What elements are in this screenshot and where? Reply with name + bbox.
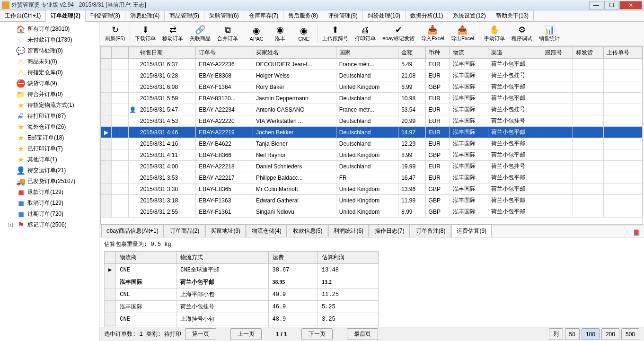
sidebar-item[interactable]: ☆未付款订单(1739) bbox=[0, 35, 99, 45]
last-page-button[interactable]: 最后页 bbox=[347, 328, 378, 340]
sidebar-item[interactable]: ⚠商品未知(0) bbox=[0, 56, 99, 67]
main-tab[interactable]: 刊登管理(3) bbox=[86, 10, 125, 21]
toolbar-button[interactable]: 📥导入Excel bbox=[418, 24, 447, 43]
column-header[interactable]: 跟踪号 bbox=[542, 47, 573, 59]
table-row[interactable]: ▶2015/8/31 4:46EBAY-A22219Jochen BekkerD… bbox=[101, 127, 643, 138]
column-header[interactable]: 国家 bbox=[336, 47, 398, 59]
toolbar-button[interactable]: ◉泓丰 bbox=[269, 24, 291, 43]
toolbar-button[interactable]: ⚙程序调试 bbox=[509, 24, 535, 43]
sidebar-item[interactable]: 👤待交运订单(21) bbox=[0, 165, 99, 176]
detail-tab[interactable]: 物流仓储(4) bbox=[247, 225, 287, 237]
size-100[interactable]: 100 bbox=[582, 328, 600, 340]
toolbar-button[interactable]: 📤导出Excel bbox=[448, 24, 477, 43]
toolbar-button[interactable]: ⧉合并订单 bbox=[214, 24, 241, 43]
table-row[interactable]: 2015/8/31 4:00EBAY-A22218Daniel Schniede… bbox=[101, 161, 643, 172]
table-row[interactable]: 2015/8/31 3:30EBAY-E8365Mr Colin Marriot… bbox=[101, 184, 643, 195]
toolbar-button[interactable]: ✔ebay标记发货 bbox=[379, 24, 417, 43]
sidebar-item[interactable]: ⚠待指定仓库(0) bbox=[0, 67, 99, 78]
sidebar-item[interactable]: ★E邮宝订单(18) bbox=[0, 132, 99, 143]
sidebar-item[interactable]: ★其他订单(1) bbox=[0, 154, 99, 165]
table-row[interactable]: 2015/8/31 6:08EBAY-F1364Rory BakerUnited… bbox=[101, 81, 643, 93]
main-tab[interactable]: 消息处理(4) bbox=[125, 10, 165, 21]
table-row[interactable]: CNE上海挂号小包48.93.25 bbox=[105, 313, 379, 325]
column-header[interactable]: 渠道 bbox=[488, 47, 542, 59]
sidebar-item[interactable]: 🏠所有订单(28010) bbox=[0, 24, 99, 35]
column-header[interactable]: 物流方式 bbox=[176, 252, 268, 264]
table-row[interactable]: ▶CNECNE全球通平邮38.6713.48 bbox=[105, 264, 379, 276]
detail-tab[interactable]: 收款信息(5) bbox=[288, 225, 328, 237]
sidebar-item[interactable]: 🖨待打印订单(87) bbox=[0, 111, 99, 122]
column-header[interactable]: 销售日期 bbox=[137, 47, 196, 59]
detail-tab[interactable]: 操作日志(7) bbox=[370, 225, 410, 237]
sidebar-item[interactable]: 📁待合并订单(0) bbox=[0, 89, 99, 100]
detail-tab[interactable]: 买家地址(3) bbox=[205, 225, 246, 237]
main-tab[interactable]: 采购管理(6) bbox=[204, 10, 244, 21]
book-icon[interactable]: 📕 bbox=[629, 228, 644, 237]
column-header[interactable]: 物流 bbox=[450, 47, 488, 59]
table-row[interactable]: 👤2015/8/31 5:47EBAY-A22234Antonio CASSAN… bbox=[101, 104, 643, 115]
next-page-button[interactable]: 下一页 bbox=[301, 328, 333, 340]
table-row[interactable]: 2015/8/31 6:28EBAY-E8368Holger WeissDeut… bbox=[101, 70, 643, 81]
main-tab[interactable]: 商品管理(5) bbox=[165, 10, 204, 21]
sidebar-item[interactable]: 🚚已发货订单(25107) bbox=[0, 176, 99, 187]
main-tab[interactable]: 评价管理(9) bbox=[323, 10, 363, 21]
table-row[interactable]: 2015/8/31 3:53EBAY-A22217Philippe Baldac… bbox=[101, 172, 643, 184]
table-row[interactable]: 2015/8/31 3:18EBAY-F1363Edward GatheralU… bbox=[101, 195, 643, 206]
table-row[interactable]: 2015/8/31 4:53EBAY-A22220VIA Werkstätten… bbox=[101, 115, 643, 127]
table-row[interactable]: 2015/8/31 6:37EBAY-A22236DECOUDIER Jean-… bbox=[101, 59, 643, 70]
order-grid-wrap[interactable]: 销售日期订单号买家姓名国家金额币种物流渠道跟踪号标发货上传单号 2015/8/3… bbox=[100, 46, 643, 225]
main-tab[interactable]: 订单处理(2) bbox=[46, 10, 86, 22]
column-header[interactable]: 币种 bbox=[425, 47, 450, 59]
table-row[interactable]: 2015/8/31 4:11EBAY-E8366Neil RaynorUnite… bbox=[101, 149, 643, 161]
maximize-button[interactable]: ☐ bbox=[604, 1, 618, 9]
column-header[interactable]: 物流商 bbox=[116, 252, 176, 264]
toolbar-button[interactable]: ⇄移动订单 bbox=[159, 24, 186, 43]
main-tab[interactable]: 纠纷处理(10) bbox=[363, 10, 406, 21]
first-page-button[interactable]: 第一页 bbox=[185, 328, 216, 340]
sidebar-item[interactable]: ◼过期订单(720) bbox=[0, 209, 99, 219]
minimize-button[interactable]: — bbox=[589, 1, 603, 9]
table-row[interactable]: 2015/8/31 2:55EBAY-F1361Singani NdlovuUn… bbox=[101, 206, 643, 218]
toolbar-button[interactable]: ◉APAC bbox=[245, 25, 268, 43]
detail-tab[interactable]: 订单备注(8) bbox=[411, 225, 451, 237]
toolbar-button[interactable]: 📊销售统计 bbox=[536, 24, 563, 43]
tree-expand-icon[interactable]: + bbox=[9, 223, 13, 227]
size-50[interactable]: 50 bbox=[565, 328, 580, 340]
main-tab[interactable]: 工作台(Ctrl+1) bbox=[0, 10, 46, 21]
close-button[interactable]: ✕ bbox=[619, 1, 642, 9]
detail-tab[interactable]: 订单商品(2) bbox=[165, 225, 205, 237]
column-header[interactable]: 标发货 bbox=[573, 47, 604, 59]
sidebar-item[interactable]: +⚑标记订单(2506) bbox=[0, 219, 99, 230]
toolbar-button[interactable]: ⬇下载订单 bbox=[132, 24, 159, 43]
sidebar-item[interactable]: ⛔缺货订单(9) bbox=[0, 78, 99, 89]
toolbar-button[interactable]: ◉CNE bbox=[292, 25, 315, 43]
column-header[interactable]: 上传单号 bbox=[604, 47, 643, 59]
list-button[interactable]: 列 bbox=[549, 328, 563, 340]
table-row[interactable]: 泓丰国际荷兰小包挂号46.95.25 bbox=[105, 301, 379, 313]
column-header[interactable]: 估算利润 bbox=[318, 252, 378, 264]
table-row[interactable]: 2015/8/31 5:59EBAY-83120...Jasmin Depper… bbox=[101, 93, 643, 104]
sidebar-item[interactable]: 💬留言待处理(0) bbox=[0, 45, 99, 56]
table-row[interactable]: 泓丰国际荷兰小包平邮38.9513.2 bbox=[105, 276, 379, 289]
detail-tab[interactable]: 运费估算(9) bbox=[451, 225, 492, 237]
main-tab[interactable]: 帮助关于(13) bbox=[491, 10, 534, 21]
sidebar-item[interactable]: ★海外仓订单(26) bbox=[0, 122, 99, 132]
column-header[interactable]: 金额 bbox=[398, 47, 425, 59]
detail-tab[interactable]: ebay商品信息(Alt+1) bbox=[101, 225, 164, 237]
detail-tab[interactable]: 利润统计(6) bbox=[328, 225, 369, 237]
toolbar-button[interactable]: 🔗关联商品 bbox=[187, 24, 213, 43]
table-row[interactable]: 2015/8/31 4:16EBAY-B4622Tanja BienerDeut… bbox=[101, 138, 643, 149]
toolbar-button[interactable]: ⬆上传跟踪号 bbox=[319, 24, 351, 43]
main-tab[interactable]: 数据分析(11) bbox=[406, 10, 448, 21]
sidebar-item[interactable]: ★已打印订单(7) bbox=[0, 143, 99, 154]
size-200[interactable]: 200 bbox=[601, 328, 619, 340]
main-tab[interactable]: 仓库库存(7) bbox=[244, 10, 284, 21]
table-row[interactable]: CNE上海平邮小包40.911.25 bbox=[105, 289, 379, 301]
main-tab[interactable]: 售后服务(8) bbox=[283, 10, 323, 21]
main-tab[interactable]: 系统设置(12) bbox=[448, 10, 491, 21]
toolbar-button[interactable]: ✋手动订单 bbox=[481, 24, 508, 43]
toolbar-button[interactable]: 🖨打印订单 bbox=[352, 24, 379, 43]
column-header[interactable]: 订单号 bbox=[196, 47, 253, 59]
size-500[interactable]: 500 bbox=[621, 328, 639, 340]
column-header[interactable]: 运费 bbox=[268, 252, 318, 264]
